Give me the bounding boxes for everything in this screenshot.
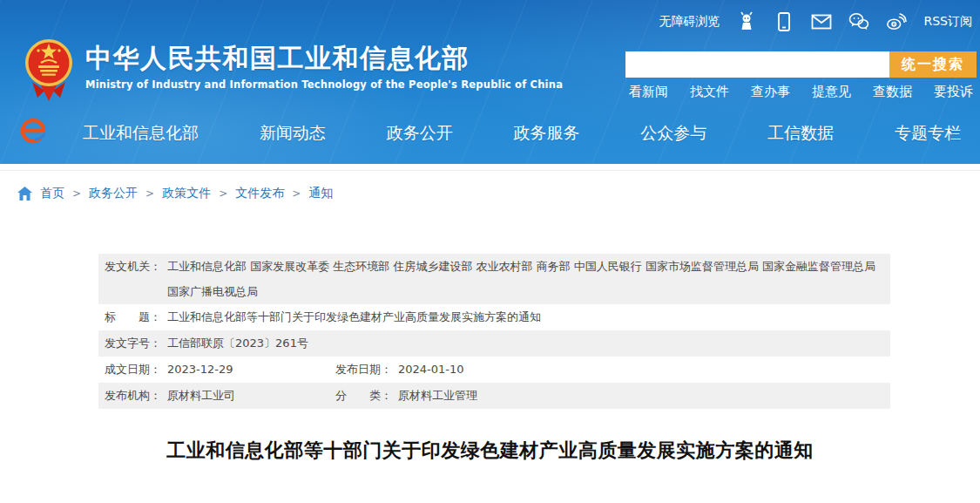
meta-value: 原材料工业司: [167, 383, 335, 409]
search-button[interactable]: 统一搜索: [889, 51, 977, 78]
national-emblem-icon: [24, 37, 74, 103]
meta-label: 标 题：: [105, 304, 167, 330]
site-header: 无障碍浏览: [0, 0, 980, 164]
breadcrumb: 首页 > 政务公开 > 政策文件 > 文件发布 > 通知: [17, 186, 333, 201]
wechat-icon[interactable]: [848, 11, 869, 32]
breadcrumb-policy-docs[interactable]: 政策文件: [162, 186, 211, 201]
nav-item-miit[interactable]: 工业和信息化部: [83, 122, 199, 145]
breadcrumb-doc-release[interactable]: 文件发布: [235, 186, 284, 201]
robot-mascot-icon[interactable]: [736, 11, 757, 32]
breadcrumb-separator: >: [145, 187, 154, 200]
accessibility-link[interactable]: 无障碍浏览: [659, 14, 720, 30]
meta-label: 发布机构：: [105, 383, 167, 409]
mobile-phone-icon[interactable]: [774, 11, 794, 32]
search-input[interactable]: [625, 51, 889, 78]
meta-value: 工信部联原〔2023〕261号: [167, 330, 882, 357]
quick-links: 看新闻 找文件 查办事 提意见 查数据 要投诉: [629, 84, 973, 100]
mail-icon[interactable]: [811, 11, 832, 32]
quick-link-data[interactable]: 查数据: [873, 84, 912, 100]
nav-item-news[interactable]: 新闻动态: [260, 122, 326, 145]
breadcrumb-separator: >: [219, 187, 227, 200]
quick-link-complaint[interactable]: 要投诉: [934, 84, 973, 100]
meta-value: 2024-01-10: [398, 357, 882, 383]
nav-items: 工业和信息化部 新闻动态 政务公开 政务服务 公众参与 工信数据 专题专栏: [83, 113, 961, 153]
meta-row-issuing-agencies: 发文机关： 工业和信息化部 国家发展改革委 生态环境部 住房城乡建设部 农业农村…: [98, 254, 890, 304]
quick-link-services[interactable]: 查办事: [751, 84, 790, 100]
site-title: 中华人民共和国工业和信息化部 Ministry of Industry and …: [85, 44, 563, 91]
home-icon[interactable]: [17, 187, 32, 201]
meta-row-publisher: 发布机构： 原材料工业司 分 类： 原材料工业管理: [98, 383, 890, 409]
main-nav: 工业和信息化部 新闻动态 政务公开 政务服务 公众参与 工信数据 专题专栏: [0, 113, 980, 153]
meta-label: 发文机关：: [105, 254, 167, 279]
breadcrumb-gov-info[interactable]: 政务公开: [89, 186, 138, 201]
nav-item-participation[interactable]: 公众参与: [640, 122, 706, 145]
quick-link-feedback[interactable]: 提意见: [812, 84, 851, 100]
nav-item-data[interactable]: 工信数据: [767, 122, 834, 145]
miit-logo-icon: [18, 116, 48, 146]
breadcrumb-home[interactable]: 首页: [40, 186, 64, 201]
meta-row-dates: 成文日期： 2023-12-29 发布日期： 2024-01-10: [98, 357, 890, 383]
nav-item-gov-info[interactable]: 政务公开: [387, 122, 453, 145]
utility-bar: 无障碍浏览: [659, 11, 972, 32]
document-meta-table: 发文机关： 工业和信息化部 国家发展改革委 生态环境部 住房城乡建设部 农业农村…: [98, 254, 890, 409]
meta-row-doc-number: 发文字号： 工信部联原〔2023〕261号: [98, 330, 890, 357]
meta-value: 工业和信息化部 国家发展改革委 生态环境部 住房城乡建设部 农业农村部 商务部 …: [167, 254, 882, 304]
rss-link[interactable]: RSS订阅: [923, 14, 972, 30]
quick-link-news[interactable]: 看新闻: [629, 84, 668, 100]
breadcrumb-separator: >: [72, 187, 81, 200]
header-divider: [0, 170, 980, 171]
meta-label: 发文字号：: [105, 330, 167, 357]
meta-value: 工业和信息化部等十部门关于印发绿色建材产业高质量发展实施方案的通知: [167, 304, 882, 330]
breadcrumb-separator: >: [292, 187, 301, 200]
meta-value: 2023-12-29: [167, 357, 335, 383]
breadcrumb-notice[interactable]: 通知: [308, 186, 333, 201]
meta-label: 分 类：: [335, 383, 398, 409]
site-title-en: Ministry of Industry and Information Tec…: [85, 78, 563, 91]
site-title-cn: 中华人民共和国工业和信息化部: [85, 44, 563, 72]
quick-link-documents[interactable]: 找文件: [690, 84, 729, 100]
meta-value: 原材料工业管理: [398, 383, 882, 409]
nav-item-gov-services[interactable]: 政务服务: [513, 122, 579, 145]
meta-row-title: 标 题： 工业和信息化部等十部门关于印发绿色建材产业高质量发展实施方案的通知: [98, 304, 890, 330]
nav-item-topics[interactable]: 专题专栏: [895, 122, 961, 145]
meta-label: 发布日期：: [335, 357, 398, 383]
article-title: 工业和信息化部等十部门关于印发绿色建材产业高质量发展实施方案的通知: [52, 438, 928, 464]
meta-label: 成文日期：: [105, 357, 167, 383]
page: 无障碍浏览: [0, 0, 980, 503]
weibo-icon[interactable]: [886, 11, 907, 32]
